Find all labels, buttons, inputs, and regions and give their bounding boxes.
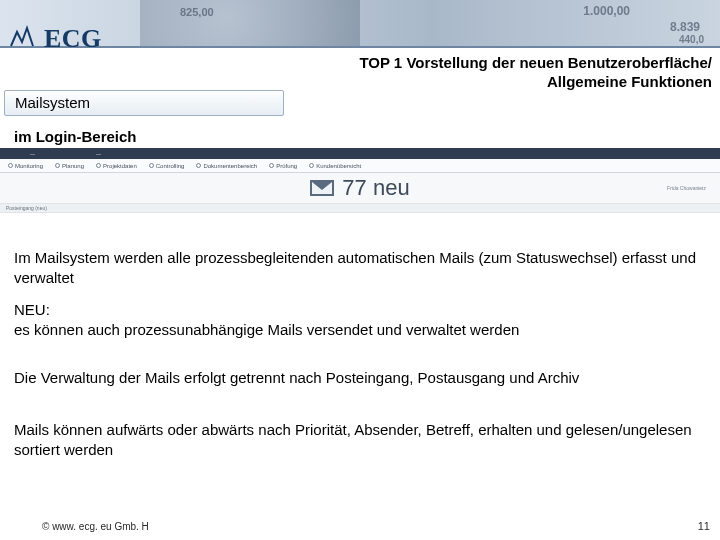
body-paragraph: Im Mailsystem werden alle prozessbegleit… xyxy=(14,248,704,287)
embedded-screenshot: — — Monitoring Planung Projektdaten Cont… xyxy=(0,148,720,213)
dark-bar-item: — xyxy=(30,151,36,157)
screenshot-user-meta: Frida Chowanietz xyxy=(667,185,706,191)
title-line-1: TOP 1 Vorstellung der neuen Benutzerober… xyxy=(272,54,712,73)
footer-copyright: © www. ecg. eu Gmb. H xyxy=(42,521,149,532)
tab-item: Planung xyxy=(55,163,84,169)
tab-item: Controlling xyxy=(149,163,185,169)
section-heading-box: Mailsystem xyxy=(4,90,284,116)
banner: 825,00 1.000,00 8.839 440,0 xyxy=(0,0,720,48)
screenshot-dark-bar: — — xyxy=(0,148,720,159)
logo-text: ECG xyxy=(44,24,102,54)
screenshot-sub-row: Posteingang (neu) xyxy=(0,203,720,213)
subtitle: im Login-Bereich xyxy=(14,128,137,145)
body-paragraph: Mails können aufwärts oder abwärts nach … xyxy=(14,420,704,459)
logo: ECG xyxy=(10,24,102,54)
logo-mark-icon xyxy=(10,24,46,54)
tab-item: Dokumentenbereich xyxy=(196,163,257,169)
screenshot-tab-row: Monitoring Planung Projektdaten Controll… xyxy=(0,159,720,173)
tab-item: Monitoring xyxy=(8,163,43,169)
banner-number: 825,00 xyxy=(180,6,214,18)
dark-bar-item: — xyxy=(96,151,102,157)
neu-label: NEU: xyxy=(14,301,50,318)
screenshot-count-row: 77 neu Frida Chowanietz xyxy=(0,173,720,203)
title-line-2: Allgemeine Funktionen xyxy=(272,73,712,92)
body-paragraph-text: es können auch prozessunabhängige Mails … xyxy=(14,321,519,338)
banner-number: 440,0 xyxy=(679,34,704,45)
body-paragraph: Die Verwaltung der Mails erfolgt getrenn… xyxy=(14,368,704,388)
mail-icon xyxy=(310,180,334,196)
tab-item: Projektdaten xyxy=(96,163,137,169)
banner-number: 1.000,00 xyxy=(583,4,630,18)
tab-item: Kundenübersicht xyxy=(309,163,361,169)
slide-title: TOP 1 Vorstellung der neuen Benutzerober… xyxy=(272,54,712,92)
tab-item: Prüfung xyxy=(269,163,297,169)
mail-count-text: 77 neu xyxy=(342,175,409,201)
section-heading-label: Mailsystem xyxy=(15,94,90,111)
body-paragraph: NEU: es können auch prozessunabhängige M… xyxy=(14,300,704,339)
banner-number: 8.839 xyxy=(670,20,700,34)
banner-photo xyxy=(140,0,360,46)
screenshot-sub-label: Posteingang (neu) xyxy=(6,205,47,211)
page-number: 11 xyxy=(698,520,710,532)
